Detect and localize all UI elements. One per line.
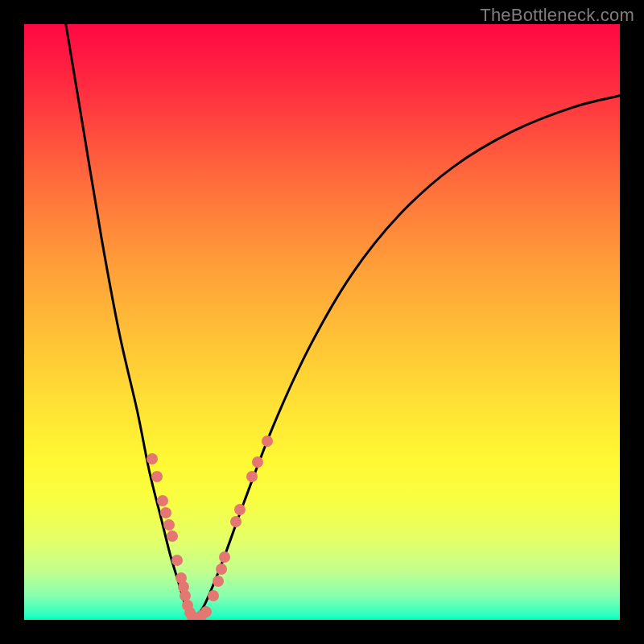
- curve-right-branch: [191, 96, 620, 620]
- sample-dot: [234, 504, 246, 515]
- frame-right: [620, 0, 644, 644]
- curves-svg: [24, 24, 620, 620]
- sample-dot: [252, 456, 263, 468]
- frame-bottom: [0, 620, 644, 644]
- sample-dot: [200, 606, 212, 617]
- sample-dot: [167, 530, 178, 542]
- sample-dot: [163, 519, 175, 530]
- watermark-text: TheBottleneck.com: [480, 5, 634, 26]
- frame-left: [0, 0, 24, 644]
- sample-dot: [160, 507, 171, 518]
- sample-dot: [262, 436, 273, 447]
- sample-dot: [216, 564, 227, 575]
- chart-plot-area: [24, 24, 620, 620]
